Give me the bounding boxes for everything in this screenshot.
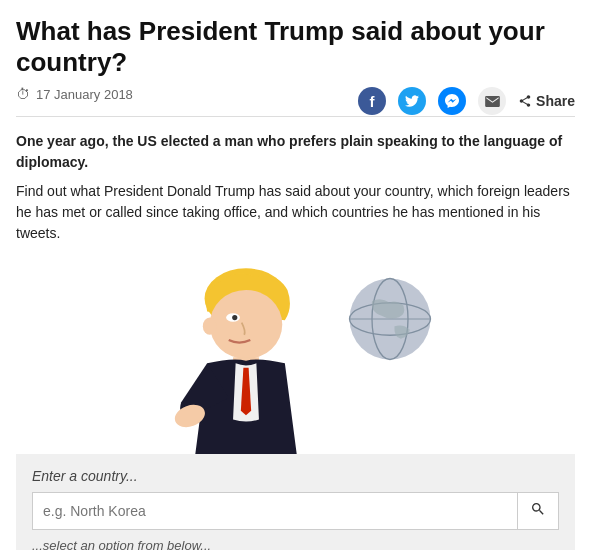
social-bar: f Share xyxy=(358,87,575,115)
article-date: 17 January 2018 xyxy=(36,87,133,102)
facebook-icon[interactable]: f xyxy=(358,87,386,115)
search-input[interactable] xyxy=(33,495,517,527)
messenger-icon[interactable] xyxy=(438,87,466,115)
trump-illustration xyxy=(146,264,346,454)
search-icon xyxy=(530,501,546,517)
search-input-wrapper xyxy=(32,492,559,530)
article-meta: ⏱ 17 January 2018 xyxy=(16,86,133,102)
search-container: Enter a country... ...select an option f… xyxy=(16,454,575,550)
share-label: Share xyxy=(536,93,575,109)
page-wrapper: What has President Trump said about your… xyxy=(0,0,591,550)
twitter-icon[interactable] xyxy=(398,87,426,115)
select-hint: ...select an option from below... xyxy=(32,538,559,550)
clock-icon: ⏱ xyxy=(16,86,30,102)
article-body: One year ago, the US elected a man who p… xyxy=(16,131,575,244)
svg-point-1 xyxy=(210,290,283,359)
search-label: Enter a country... xyxy=(32,468,559,484)
svg-point-4 xyxy=(232,315,237,320)
article-body-text: Find out what President Donald Trump has… xyxy=(16,181,575,244)
globe-illustration xyxy=(345,274,435,364)
illustration-area xyxy=(16,254,575,454)
search-button[interactable] xyxy=(517,493,558,529)
divider xyxy=(16,116,575,117)
article-title: What has President Trump said about your… xyxy=(16,16,575,78)
email-icon[interactable] xyxy=(478,87,506,115)
meta-row: ⏱ 17 January 2018 f Share xyxy=(16,86,575,116)
article-bold-intro: One year ago, the US elected a man who p… xyxy=(16,131,575,173)
share-button[interactable]: Share xyxy=(518,93,575,109)
svg-point-2 xyxy=(203,318,217,335)
